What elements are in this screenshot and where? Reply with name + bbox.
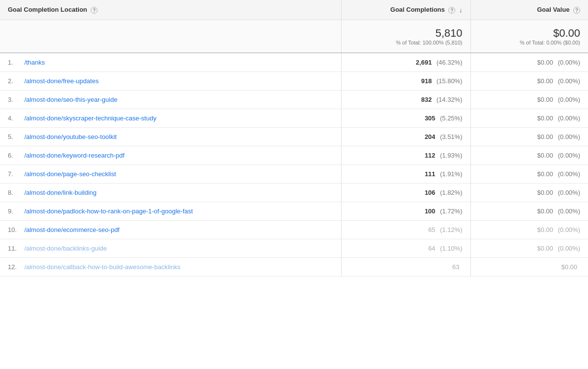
completions-number: 106 — [425, 189, 436, 196]
completions-percent: (46.32%) — [437, 59, 463, 66]
table-row: 1. /thanks 2,691 (46.32%) $0.00 (0.00%) — [0, 53, 588, 72]
location-cell: 12. /almost-done/callback-how-to-build-a… — [0, 258, 341, 277]
value-number: $0.00 — [561, 263, 577, 271]
location-link[interactable]: /almost-done/skyscraper-technique-case-s… — [24, 115, 157, 122]
value-cell: $0.00 (0.00%) — [470, 72, 588, 91]
row-number: 6. — [8, 152, 23, 159]
value-percent: (0.00%) — [558, 96, 580, 103]
value-cell: $0.00 (0.00%) — [470, 91, 588, 109]
completions-cell: 2,691 (46.32%) — [341, 53, 470, 72]
location-cell: 11. /almost-done/backlinks-guide — [0, 239, 341, 258]
location-cell: 5. /almost-done/youtube-seo-toolkit — [0, 128, 341, 146]
value-number: $0.00 — [537, 59, 553, 66]
value-percent: (0.00%) — [558, 152, 580, 159]
completions-cell: 111 (1.91%) — [341, 165, 470, 184]
table-row: 4. /almost-done/skyscraper-technique-cas… — [0, 109, 588, 128]
row-number: 5. — [8, 133, 23, 140]
totals-value-cell: $0.00 % of Total: 0.00% ($0.00) — [470, 20, 588, 53]
completions-number: 204 — [425, 133, 436, 140]
location-cell: 9. /almost-done/padlock-how-to-rank-on-p… — [0, 202, 341, 221]
value-cell: $0.00 (0.00%) — [470, 128, 588, 146]
completions-number: 112 — [425, 152, 436, 159]
row-number: 8. — [8, 189, 23, 196]
row-number: 7. — [8, 170, 23, 178]
value-number: $0.00 — [537, 77, 553, 85]
completions-cell: 918 (15.80%) — [341, 72, 470, 91]
data-rows: 1. /thanks 2,691 (46.32%) $0.00 (0.00%) … — [0, 53, 588, 277]
completions-number: 832 — [421, 96, 432, 103]
location-cell: 10. /almost-done/ecommerce-seo-pdf — [0, 221, 341, 239]
value-percent: (0.00%) — [558, 133, 580, 140]
completions-percent: (5.25%) — [440, 115, 463, 122]
location-help-icon[interactable]: ? — [91, 7, 98, 14]
value-percent: (0.00%) — [558, 59, 580, 66]
completions-column-header[interactable]: Goal Completions ? ↓ — [341, 0, 470, 20]
location-cell: 3. /almost-done/seo-this-year-guide — [0, 91, 341, 109]
table-header: Goal Completion Location ? Goal Completi… — [0, 0, 588, 20]
completions-cell: 305 (5.25%) — [341, 109, 470, 128]
value-cell: $0.00 (0.00%) — [470, 53, 588, 72]
value-cell: $0.00 (0.00%) — [470, 221, 588, 239]
location-link[interactable]: /almost-done/ecommerce-seo-pdf — [24, 226, 120, 233]
row-number: 12. — [8, 263, 23, 271]
row-number: 4. — [8, 115, 23, 122]
location-link[interactable]: /almost-done/youtube-seo-toolkit — [24, 133, 117, 140]
location-column-header: Goal Completion Location ? — [0, 0, 341, 20]
value-help-icon[interactable]: ? — [573, 7, 580, 14]
value-cell: $0.00 — [470, 258, 588, 277]
value-cell: $0.00 (0.00%) — [470, 184, 588, 202]
value-number: $0.00 — [537, 226, 553, 233]
value-percent: (0.00%) — [558, 77, 580, 85]
completions-help-icon[interactable]: ? — [448, 7, 455, 14]
totals-location-cell — [0, 20, 341, 53]
value-percent: (0.00%) — [558, 208, 580, 215]
value-label: Goal Value — [537, 6, 569, 13]
completions-percent: (14.32%) — [437, 96, 463, 103]
completions-cell: 204 (3.51%) — [341, 128, 470, 146]
location-link[interactable]: /almost-done/seo-this-year-guide — [24, 96, 118, 103]
value-percent: (0.00%) — [558, 245, 580, 252]
completions-number: 111 — [425, 170, 436, 178]
sort-down-icon: ↓ — [459, 6, 463, 14]
value-number: $0.00 — [537, 115, 553, 122]
row-number: 10. — [8, 226, 23, 233]
location-link[interactable]: /almost-done/link-building — [24, 189, 97, 196]
value-cell: $0.00 (0.00%) — [470, 146, 588, 165]
row-number: 11. — [8, 245, 23, 252]
value-number: $0.00 — [537, 133, 553, 140]
location-cell: 4. /almost-done/skyscraper-technique-cas… — [0, 109, 341, 128]
table-row: 8. /almost-done/link-building 106 (1.82%… — [0, 184, 588, 202]
total-value-sub: % of Total: 0.00% ($0.00) — [479, 40, 581, 46]
value-number: $0.00 — [537, 189, 553, 196]
completions-cell: 64 (1.10%) — [341, 239, 470, 258]
table-row: 9. /almost-done/padlock-how-to-rank-on-p… — [0, 202, 588, 221]
value-cell: $0.00 (0.00%) — [470, 239, 588, 258]
location-label: Goal Completion Location — [8, 6, 87, 13]
completions-cell: 100 (1.72%) — [341, 202, 470, 221]
completions-number: 100 — [425, 208, 436, 215]
table-row: 12. /almost-done/callback-how-to-build-a… — [0, 258, 588, 277]
row-number: 3. — [8, 96, 23, 103]
completions-percent: (1.12%) — [440, 226, 463, 233]
location-cell: 8. /almost-done/link-building — [0, 184, 341, 202]
location-link[interactable]: /almost-done/padlock-how-to-rank-on-page… — [24, 208, 193, 215]
table-row: 6. /almost-done/keyword-research-pdf 112… — [0, 146, 588, 165]
location-cell: 2. /almost-done/free-updates — [0, 72, 341, 91]
completions-percent: (15.80%) — [437, 77, 463, 85]
completions-percent: (3.51%) — [440, 133, 463, 140]
location-link[interactable]: /almost-done/callback-how-to-build-aweso… — [24, 263, 181, 271]
completions-number: 65 — [428, 226, 435, 233]
value-percent: (0.00%) — [558, 170, 580, 178]
row-number: 2. — [8, 77, 23, 85]
location-link[interactable]: /almost-done/keyword-research-pdf — [24, 152, 124, 159]
completions-cell: 65 (1.12%) — [341, 221, 470, 239]
completions-cell: 112 (1.93%) — [341, 146, 470, 165]
location-link[interactable]: /thanks — [24, 59, 45, 66]
location-cell: 6. /almost-done/keyword-research-pdf — [0, 146, 341, 165]
completions-number: 64 — [428, 245, 435, 252]
location-link[interactable]: /almost-done/page-seo-checklist — [24, 170, 116, 178]
location-link[interactable]: /almost-done/backlinks-guide — [24, 245, 107, 252]
completions-percent: (1.93%) — [440, 152, 463, 159]
location-link[interactable]: /almost-done/free-updates — [24, 77, 99, 85]
completions-cell: 63 — [341, 258, 470, 277]
